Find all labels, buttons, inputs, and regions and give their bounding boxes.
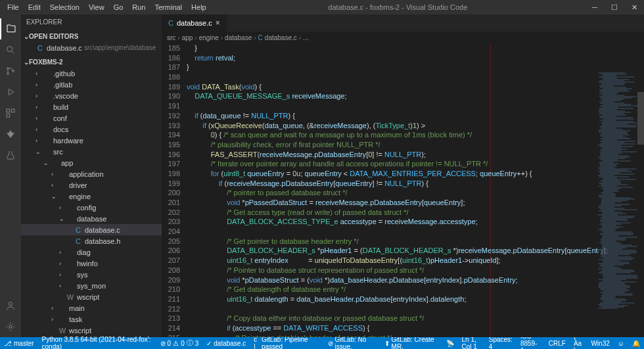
tabs: C database.c × [162, 14, 644, 32]
debug-icon[interactable] [0, 81, 21, 103]
svg-point-0 [7, 47, 12, 52]
status-radio[interactable]: 📡 [442, 337, 458, 349]
breadcrumb[interactable]: src›app›engine›database›C database.c›... [162, 32, 644, 43]
open-editor-item[interactable]: C database.c src\app\engine\database [21, 42, 162, 53]
tree--github[interactable]: ›.github [21, 68, 162, 79]
explorer-icon[interactable] [0, 18, 21, 39]
minimap[interactable] [598, 72, 637, 337]
tree-app[interactable]: ⌄app [21, 157, 162, 168]
status-spaces[interactable]: Spaces: 4 [485, 337, 517, 349]
tree-application[interactable]: ›application [21, 168, 162, 179]
svg-point-2 [7, 73, 9, 75]
status-createmr[interactable]: ⬆ GitLab: Create MR. [380, 337, 442, 349]
scm-icon[interactable] [0, 60, 21, 81]
minimize-button[interactable]: ─ [585, 0, 605, 14]
status-feedback[interactable]: ☺ [614, 337, 628, 349]
tree-hardware[interactable]: ›hardware [21, 135, 162, 146]
status-eol[interactable]: CRLF [545, 337, 570, 349]
menu-go[interactable]: Go [109, 1, 128, 13]
statusbar: ⎇ master Python 3.8.5 64-bit (2021-04-re… [0, 337, 644, 349]
tree-conf[interactable]: ›conf [21, 112, 162, 124]
activity-bar [0, 14, 21, 337]
menu-terminal[interactable]: Terminal [150, 1, 187, 13]
tree-docs[interactable]: ›docs [21, 124, 162, 135]
status-lang[interactable]: { Aa } [570, 337, 587, 349]
svg-point-8 [9, 325, 12, 328]
tree-hwinfo[interactable]: ›hwinfo [21, 258, 162, 269]
explorer-title: EXPLORER [21, 14, 162, 29]
status-pipeline[interactable]: c | GitLab: Pipeline passed [250, 337, 323, 349]
tree-task[interactable]: ›task [21, 314, 162, 325]
status-problems[interactable]: ⊘0 ⚠0 ⓘ3 [156, 337, 203, 349]
status-branch[interactable]: ⎇ master [0, 337, 38, 349]
project-header[interactable]: ⌄ FOXBMS-2 [21, 56, 162, 68]
menu-file[interactable]: File [3, 1, 24, 13]
window-title: database.c - foxbms-2 - Visual Studio Co… [211, 3, 585, 11]
tree-driver[interactable]: ›driver [21, 179, 162, 191]
tree-config[interactable]: ›config [21, 202, 162, 213]
tree-engine[interactable]: ⌄engine [21, 191, 162, 202]
scroll-thumb[interactable] [637, 92, 644, 145]
tree-database-h[interactable]: Cdatabase.h [21, 235, 162, 246]
tree-src[interactable]: ⌄src [21, 146, 162, 157]
status-file[interactable]: ✓ database.c [202, 337, 250, 349]
code-content[interactable]: } return retval;}void DATA_Task(void) { … [187, 43, 644, 337]
tree-database-c[interactable]: Cdatabase.c [21, 224, 162, 235]
editor: C database.c × src›app›engine›database›C… [162, 14, 644, 337]
test-icon[interactable] [0, 145, 21, 166]
extensions-icon[interactable] [0, 103, 21, 124]
tree-wscript[interactable]: Wwscript [21, 325, 162, 336]
scrollbar[interactable] [637, 72, 644, 337]
tree-main[interactable]: ›main [21, 302, 162, 314]
tree-wscript[interactable]: Wwscript [21, 291, 162, 302]
close-button[interactable]: ✕ [624, 0, 644, 14]
tree--vscode[interactable]: ›.vscode [21, 90, 162, 101]
line-numbers: 1851861871881891901911921931941951961971… [162, 43, 187, 337]
account-icon[interactable] [0, 295, 21, 316]
tree-diag[interactable]: ›diag [21, 246, 162, 258]
tree-database[interactable]: ⌄database [21, 213, 162, 224]
tree-build[interactable]: ›build [21, 101, 162, 112]
svg-point-1 [7, 68, 9, 70]
svg-rect-6 [7, 114, 10, 117]
search-icon[interactable] [0, 39, 21, 60]
svg-rect-5 [11, 109, 14, 112]
close-icon[interactable]: × [216, 18, 220, 28]
open-editors-header[interactable]: ⌄ OPEN EDITORS [21, 30, 162, 42]
svg-rect-4 [7, 109, 10, 112]
sidebar: EXPLORER ⌄ OPEN EDITORS C database.c src… [21, 14, 162, 337]
status-position[interactable]: Ln 1, Col 1 [458, 337, 485, 349]
gitlab-icon[interactable] [0, 124, 21, 145]
status-noissue[interactable]: ⊘ GitLab: No issue. [324, 337, 380, 349]
menu-view[interactable]: View [84, 1, 109, 13]
status-python[interactable]: Python 3.8.5 64-bit (2021-04-red-fox': c… [38, 337, 156, 349]
menu-help[interactable]: Help [187, 1, 211, 13]
tree-sys[interactable]: ›sys [21, 269, 162, 280]
status-bell[interactable]: 🔔 [628, 337, 644, 349]
c-file-icon: C [35, 44, 45, 52]
settings-icon[interactable] [0, 316, 21, 337]
svg-point-7 [9, 302, 12, 306]
menubar: FileEditSelectionViewGoRunTerminalHelp [0, 1, 211, 13]
tab-database-c[interactable]: C database.c × [162, 14, 227, 32]
status-os[interactable]: Win32 [587, 337, 613, 349]
menu-selection[interactable]: Selection [45, 1, 84, 13]
status-encoding[interactable]: ISO 8859-1 [517, 337, 545, 349]
tree-sys-mon[interactable]: ›sys_mon [21, 280, 162, 291]
c-file-icon: C [168, 19, 173, 27]
maximize-button[interactable]: ☐ [605, 0, 624, 14]
tree--gitlab[interactable]: ›.gitlab [21, 79, 162, 90]
menu-run[interactable]: Run [127, 1, 150, 13]
menu-edit[interactable]: Edit [24, 1, 45, 13]
